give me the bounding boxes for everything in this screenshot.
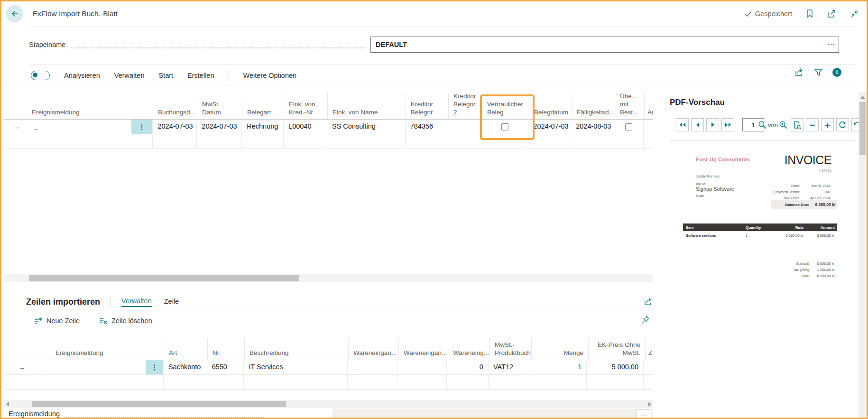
ueber-mit-best-checkbox[interactable]	[625, 123, 632, 130]
col-header-beschreibung[interactable]: Beschreibung	[244, 338, 348, 360]
zoom-out-magnifier-icon[interactable]	[758, 121, 767, 130]
col-header-eink-von-kred-nr[interactable]: Eink. von Kred.-Nr.	[284, 93, 327, 119]
lines-section-header: Zeilen importieren Verwalten Zeile	[26, 295, 653, 309]
lines-hscrollbar-thumb[interactable]	[32, 401, 286, 407]
cell-nr[interactable]: 6550	[207, 360, 244, 374]
lines-share-icon[interactable]	[644, 298, 653, 306]
journal-row-empty[interactable]	[4, 134, 653, 149]
journal-grid: Ereignismeldung Buchungsd... MwSt. Datum…	[4, 93, 653, 149]
col-header-kreditor-belegnr-2[interactable]: Kreditor Belegnr. 2	[448, 93, 482, 119]
collapse-icon[interactable]	[850, 9, 859, 18]
cell-faelligkeitsdatum[interactable]: 2024-08-03	[571, 120, 614, 134]
toolbar-item-erstellen[interactable]: Erstellen	[187, 72, 214, 79]
last-page-button[interactable]	[721, 118, 734, 131]
col-header-eink-von-name[interactable]: Eink. von Name	[327, 93, 406, 119]
cell-belegdatum[interactable]: 2024-07-03	[528, 120, 571, 134]
page-vscrollbar[interactable]	[859, 92, 867, 418]
first-page-button[interactable]	[676, 118, 689, 131]
col-header-wareneingang-1[interactable]: Wareneingan...	[348, 338, 398, 360]
zoom-in-magnifier-icon[interactable]	[779, 121, 788, 130]
cell-mwst-datum[interactable]: 2024-07-03	[196, 120, 241, 134]
col-header-buchungsdatum[interactable]: Buchungsd...	[153, 93, 197, 119]
bottom-assist-edit-button[interactable]: ...	[637, 409, 651, 419]
tab-verwalten[interactable]: Verwalten	[121, 297, 152, 307]
open-in-window-icon[interactable]	[827, 10, 836, 18]
delete-line-button[interactable]: Zeile löschen	[99, 317, 152, 325]
assist-edit-icon[interactable]: ...	[828, 39, 835, 47]
info-icon[interactable]: i	[832, 68, 841, 77]
filter-icon[interactable]	[814, 68, 823, 76]
refresh-button[interactable]	[836, 118, 849, 131]
batch-name-input[interactable]: DEFAULT ...	[370, 37, 839, 53]
col-header-art[interactable]: Art	[164, 338, 207, 360]
col-header-mwst-datum[interactable]: MwSt. Datum	[197, 93, 242, 119]
scroll-up-icon[interactable]	[860, 96, 865, 99]
lines-row-empty[interactable]	[4, 375, 653, 390]
col-header-vertraulicher-beleg[interactable]: Vertraulicher Beleg	[482, 93, 529, 119]
cell-buchungsdatum[interactable]: 2024-07-03	[152, 120, 196, 134]
col-header-wareneingang-3[interactable]: Wareneing...	[448, 338, 489, 360]
toolbar-item-analysieren[interactable]: Analysieren	[64, 72, 100, 79]
col-header-belegart[interactable]: Belegart	[242, 93, 284, 119]
cell-ereignismeldung[interactable]: _	[29, 120, 131, 134]
toolbar-item-verwalten[interactable]: Verwalten	[114, 72, 145, 79]
cell-menge[interactable]: 1	[530, 360, 587, 374]
tab-zeile[interactable]: Zeile	[164, 298, 179, 307]
col-header-nr[interactable]: Nr.	[207, 338, 244, 360]
journal-row[interactable]: → _ ⋮ 2024-07-03 2024-07-03 Rechnung L00…	[4, 120, 653, 134]
new-line-button[interactable]: Neue Zeile	[34, 317, 80, 325]
divider	[4, 85, 855, 85]
bookmark-icon[interactable]	[806, 9, 813, 18]
back-button[interactable]	[6, 5, 23, 22]
more-options-dots-icon[interactable]: ⋮	[146, 360, 163, 374]
cell-art[interactable]: Sachkonto	[163, 360, 207, 374]
zoom-in-button[interactable]: +	[821, 118, 834, 131]
journal-hscrollbar[interactable]	[4, 274, 653, 282]
pin-icon[interactable]	[641, 316, 650, 324]
col-header-kreditor-belegnr[interactable]: Kreditor Belegnr.	[406, 93, 448, 119]
scroll-right-icon[interactable]	[648, 402, 651, 407]
cell-belegart[interactable]: Rechnung	[241, 120, 283, 134]
col-header-auf[interactable]: Auf	[644, 93, 653, 119]
cell-wareneingang-3[interactable]: 0	[446, 360, 488, 374]
more-options-dots-icon[interactable]: ⋮	[131, 120, 153, 134]
cell-kreditor-belegnr[interactable]: 784356	[405, 120, 448, 134]
cell-mwst-produktbuch[interactable]: VAT12	[488, 360, 530, 374]
toolbar-item-more-options[interactable]: Weitere Optionen	[243, 72, 297, 79]
next-page-button[interactable]	[706, 118, 719, 131]
col-header-faelligkeitsdatum[interactable]: Fälligkeitsd...	[572, 93, 615, 119]
prev-page-button[interactable]	[691, 118, 704, 131]
zoom-out-button[interactable]: −	[806, 118, 819, 131]
lines-row[interactable]: → _ ⋮ Sachkonto 6550 IT Services _ 0 VAT…	[4, 360, 653, 375]
lines-hscrollbar[interactable]	[4, 400, 653, 408]
col-header-mwst-produktbuch[interactable]: MwSt.-Produktbuch...	[489, 338, 531, 360]
col-header-ek-preis[interactable]: EK-Preis Ohne MwSt.	[588, 338, 645, 360]
cell-wareneingang-2[interactable]	[397, 360, 446, 374]
page-vscrollbar-thumb[interactable]	[859, 102, 866, 155]
col-header-ereignismeldung[interactable]: Ereignismeldung	[4, 338, 164, 360]
share-icon[interactable]	[794, 68, 804, 77]
cell-auf[interactable]	[643, 120, 653, 134]
cell-ek-preis[interactable]: 5 000,00	[586, 360, 643, 374]
col-header-ueber-mit-best[interactable]: Übe... mit Best...	[615, 93, 644, 119]
vertraulicher-beleg-checkbox[interactable]	[501, 123, 508, 130]
analyze-toggle[interactable]	[31, 71, 50, 80]
invoice-number: # 87951	[741, 168, 831, 173]
col-header-wareneingang-2[interactable]: Wareneingan...	[398, 338, 448, 360]
cell-z[interactable]	[643, 360, 653, 374]
cell-kreditor-belegnr-2[interactable]	[448, 120, 481, 134]
cell-eink-von-kred-nr[interactable]: L00040	[283, 120, 327, 134]
cell-beschreibung[interactable]: IT Services	[243, 360, 347, 374]
scroll-left-icon[interactable]	[6, 402, 9, 407]
journal-hscrollbar-thumb[interactable]	[29, 275, 299, 281]
fit-page-button[interactable]	[791, 118, 803, 131]
col-header-ereignismeldung[interactable]: Ereignismeldung	[4, 93, 153, 119]
cell-ereignismeldung[interactable]: _	[40, 360, 146, 374]
bottom-field[interactable]: Ereignismeldung	[4, 409, 332, 419]
col-header-z[interactable]: Z	[645, 338, 652, 360]
cell-eink-von-name[interactable]: SS Consulting	[327, 120, 405, 134]
cell-wareneingang-1[interactable]: _	[347, 360, 397, 374]
col-header-belegdatum[interactable]: Belegdatum	[529, 93, 572, 119]
toolbar-item-start[interactable]: Start	[158, 72, 173, 79]
col-header-menge[interactable]: Menge	[531, 338, 588, 360]
